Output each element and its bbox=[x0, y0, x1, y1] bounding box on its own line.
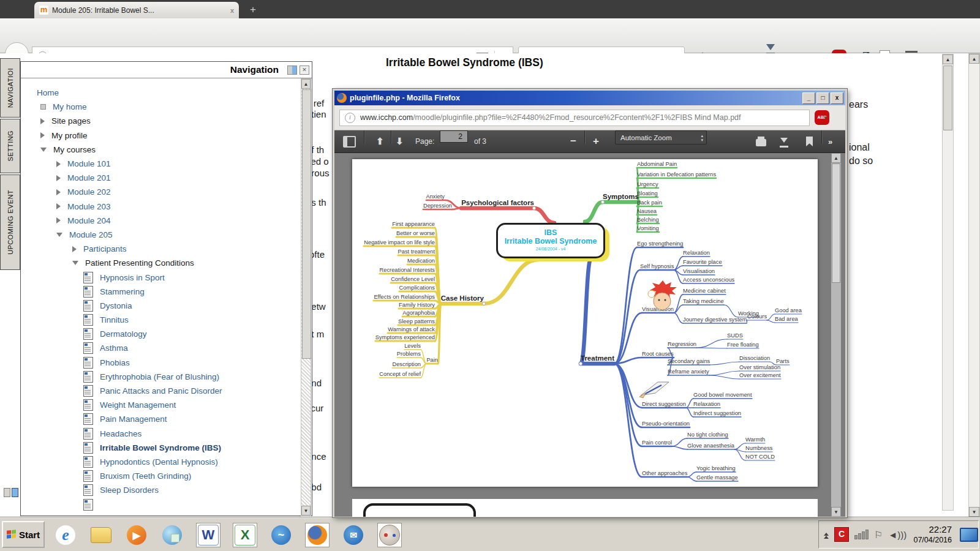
navigation-scrollbar[interactable]: ▲ ▼ bbox=[301, 78, 311, 516]
pdf-sidebar-toggle-icon[interactable] bbox=[343, 136, 356, 148]
volume-icon[interactable]: ◄))) bbox=[888, 530, 907, 540]
file-manager-icon[interactable] bbox=[89, 523, 113, 547]
zoom-out-icon[interactable]: − bbox=[570, 130, 576, 152]
nav-item[interactable]: Participants bbox=[21, 242, 312, 256]
nav-item[interactable]: My profile bbox=[21, 129, 312, 143]
firefox-icon[interactable] bbox=[305, 523, 330, 547]
nav-item[interactable]: Stammering bbox=[21, 285, 312, 299]
expand-arrow-icon[interactable] bbox=[56, 189, 61, 195]
nav-item[interactable]: Headaches bbox=[21, 427, 312, 441]
zoom-select[interactable]: Automatic Zoom ▴▾ bbox=[615, 130, 707, 144]
scroll-up-icon[interactable]: ▲ bbox=[943, 54, 953, 64]
scroll-down-icon[interactable]: ▼ bbox=[301, 506, 311, 515]
dock-restore-icon[interactable] bbox=[4, 488, 18, 497]
nav-item[interactable]: Module 204 bbox=[21, 214, 312, 228]
clock[interactable]: 22:27 07/04/2016 bbox=[913, 524, 954, 545]
excel-icon[interactable]: X bbox=[233, 523, 257, 547]
adblock-icon[interactable]: ABP bbox=[815, 110, 829, 125]
start-button[interactable]: Start bbox=[2, 521, 45, 548]
scroll-down-icon[interactable]: ▼ bbox=[831, 507, 841, 517]
download-icon[interactable] bbox=[780, 138, 788, 146]
internet-explorer-icon[interactable]: e bbox=[54, 523, 77, 547]
expand-arrow-icon[interactable] bbox=[56, 203, 61, 209]
expand-arrow-icon[interactable] bbox=[72, 246, 77, 252]
close-block-icon[interactable]: ✕ bbox=[300, 66, 309, 75]
paint-icon[interactable] bbox=[377, 523, 402, 547]
nav-item[interactable]: Irritable Bowel Syndrome (IBS) bbox=[21, 441, 312, 455]
scrollbar-thumb[interactable] bbox=[943, 66, 952, 130]
nav-item[interactable]: Sleep Disorders bbox=[21, 483, 312, 497]
collapse-arrow-icon[interactable] bbox=[72, 261, 78, 265]
close-button[interactable]: x bbox=[831, 92, 843, 104]
nav-item[interactable]: Dystonia bbox=[21, 299, 312, 313]
nav-item[interactable]: Bruxism (Teeth Grinding) bbox=[21, 469, 312, 483]
scroll-up-icon[interactable]: ▲ bbox=[831, 153, 841, 163]
nav-item[interactable]: Module 101 bbox=[21, 157, 312, 171]
maximize-button[interactable]: □ bbox=[816, 92, 829, 104]
browser-tab[interactable]: m Module 205: Irritable Bowel S... x bbox=[34, 2, 239, 18]
collapse-arrow-icon[interactable] bbox=[56, 233, 62, 237]
scroll-up-icon[interactable]: ▲ bbox=[969, 54, 979, 64]
nav-item[interactable]: Asthma bbox=[21, 341, 312, 355]
nav-item[interactable]: Module 203 bbox=[21, 200, 312, 214]
nav-item[interactable]: Weight Management bbox=[21, 398, 312, 412]
nav-item[interactable]: My home bbox=[21, 100, 312, 114]
expand-arrow-icon[interactable] bbox=[40, 118, 45, 124]
toolbar-more-icon[interactable]: » bbox=[828, 130, 831, 152]
dock-block-icon[interactable] bbox=[287, 66, 297, 75]
popup-titlebar[interactable]: pluginfile.php - Mozilla Firefox _ □ x bbox=[334, 91, 845, 105]
print-icon[interactable] bbox=[756, 139, 766, 146]
nav-item[interactable]: Module 202 bbox=[21, 185, 312, 199]
docked-tab-settings[interactable]: SETTING bbox=[0, 119, 20, 173]
previous-page-icon[interactable]: ⬆ bbox=[376, 130, 384, 152]
action-center-flag-icon[interactable]: ⚐ bbox=[874, 529, 883, 541]
nav-item[interactable]: Erythrophobia (Fear of Blushing) bbox=[21, 370, 312, 384]
nav-item[interactable]: Hypnosis in Sport bbox=[21, 270, 312, 284]
zoom-in-icon[interactable]: + bbox=[593, 130, 599, 152]
thunderbird-icon[interactable]: ✉ bbox=[342, 523, 365, 547]
nav-item[interactable]: Panic Attacks and Panic Disorder bbox=[21, 384, 312, 398]
new-tab-button[interactable]: + bbox=[244, 4, 262, 17]
tray-expand-icon[interactable] bbox=[824, 530, 829, 536]
browser-globe-icon[interactable] bbox=[160, 523, 184, 547]
bookmark-icon[interactable] bbox=[806, 137, 813, 146]
nav-item[interactable]: Module 201 bbox=[21, 171, 312, 185]
openoffice-icon[interactable]: ~ bbox=[270, 523, 293, 547]
page-number-input[interactable] bbox=[440, 130, 468, 143]
info-icon[interactable]: i bbox=[345, 113, 355, 123]
comodo-icon[interactable]: C bbox=[834, 527, 849, 542]
popup-url-bar[interactable]: i www.icchp.com/moodle/pluginfile.php?fi… bbox=[339, 110, 810, 126]
nav-item[interactable]: Patient Presenting Conditions bbox=[21, 256, 312, 270]
word-icon[interactable]: W bbox=[196, 523, 221, 547]
expand-arrow-icon[interactable] bbox=[40, 132, 45, 138]
scroll-down-icon[interactable]: ▼ bbox=[969, 507, 979, 517]
collapse-arrow-icon[interactable] bbox=[40, 148, 47, 152]
adblock-caret-icon[interactable]: ▾ bbox=[824, 114, 827, 121]
nav-item[interactable]: My courses bbox=[21, 143, 312, 157]
nav-item[interactable]: Module 205 bbox=[21, 228, 312, 242]
network-signal-icon[interactable] bbox=[854, 530, 869, 539]
scrollbar-thumb[interactable] bbox=[832, 163, 840, 283]
nav-item[interactable]: Pain Management bbox=[21, 412, 312, 426]
minimize-button[interactable]: _ bbox=[802, 92, 815, 104]
scroll-up-icon[interactable]: ▲ bbox=[301, 79, 311, 89]
scrollbar-thumb[interactable] bbox=[302, 89, 311, 359]
show-desktop-monitor-icon[interactable] bbox=[960, 528, 978, 542]
expand-arrow-icon[interactable] bbox=[56, 175, 61, 181]
window-scrollbar[interactable]: ▲ ▼ bbox=[968, 53, 980, 517]
nav-item[interactable]: Hypnodontics (Dental Hypnosis) bbox=[21, 455, 312, 469]
expand-arrow-icon[interactable] bbox=[56, 161, 61, 167]
nav-item[interactable]: Site pages bbox=[21, 114, 312, 128]
nav-item[interactable]: Home bbox=[21, 86, 312, 100]
docked-tab-upcoming-events[interactable]: UPCOMING EVENT bbox=[0, 174, 20, 270]
next-page-icon[interactable]: ⬇ bbox=[396, 130, 404, 152]
content-scrollbar[interactable]: ▲ bbox=[942, 54, 954, 511]
nav-item[interactable]: Phobias bbox=[21, 356, 312, 370]
nav-item[interactable]: Dermatology bbox=[21, 327, 312, 341]
tab-close-icon[interactable]: x bbox=[230, 7, 234, 14]
nav-item[interactable]: Tinnitus bbox=[21, 313, 312, 327]
docked-tab-navigation[interactable]: NAVIGATIOI bbox=[0, 58, 20, 118]
media-player-icon[interactable]: ▶ bbox=[125, 523, 148, 547]
expand-arrow-icon[interactable] bbox=[56, 217, 61, 223]
pdf-scrollbar[interactable]: ▲ ▼ bbox=[831, 153, 841, 517]
